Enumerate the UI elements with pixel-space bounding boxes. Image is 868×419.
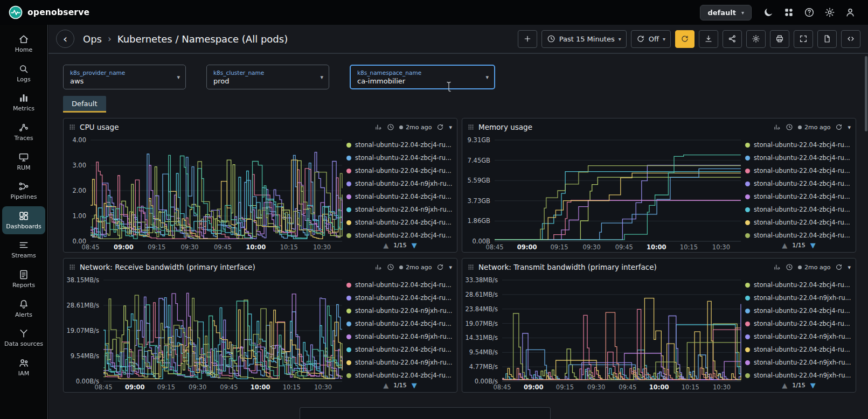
sidebar-item-data-sources[interactable]: Data sources [2,324,45,352]
legend-item[interactable]: stonal-ubuntu-22.04-zbcj4-ru... [745,151,852,164]
sidebar-item-streams[interactable]: Streams [2,235,45,264]
breadcrumb-folder[interactable]: Ops [83,33,102,45]
legend-page-down-icon[interactable]: ▼ [810,381,816,389]
chart-plot-area[interactable]: 0.001.002.003.004.0008:4509:0009:1509:30… [64,136,346,252]
panel-menu-caret-icon[interactable]: ▾ [848,124,851,131]
legend-item[interactable]: stonal-ubuntu-22.04-zbcj4-ru... [745,304,852,317]
variable-filter-k8s_namespace_name[interactable]: k8s_namespace_nameca-immobilier▾ [350,65,495,89]
panel-query-stats-icon[interactable] [773,123,781,131]
drag-handle-icon[interactable] [68,263,76,271]
panel-cache-clock-icon[interactable] [786,263,793,271]
panel-refresh-icon[interactable] [436,123,444,131]
legend-item[interactable]: stonal-ubuntu-22.04-n9jxh-ru... [745,291,852,304]
legend-page-up-icon[interactable]: ▲ [383,381,388,389]
org-selector[interactable]: default ▾ [700,5,752,20]
dark-mode-toggle-button[interactable] [759,3,777,22]
legend-item[interactable]: stonal-ubuntu-22.04-zbcj4-ru... [346,164,454,177]
sidebar-item-iam[interactable]: IAM [2,353,45,382]
back-button[interactable]: ‹ [56,30,74,48]
legend-item[interactable]: stonal-ubuntu-22.04-zbcj4-ru... [346,151,454,164]
variable-filter-k8s_cluster_name[interactable]: k8s_cluster_nameprod▾ [206,65,329,89]
chevron-down-icon[interactable]: ▾ [320,74,323,81]
chevron-down-icon[interactable]: ▾ [177,74,180,81]
legend-item[interactable]: stonal-ubuntu-22.04-zbcj4-ru... [745,177,852,190]
legend-item[interactable]: stonal-ubuntu-22.04-zbcj4-ru... [346,369,454,379]
legend-item[interactable]: stonal-ubuntu-22.04-zbcj4-ru... [745,203,852,216]
drag-handle-icon[interactable] [467,263,475,271]
refresh-dashboard-button[interactable] [675,30,695,48]
legend-item[interactable]: stonal-ubuntu-22.04-zbcj4-ru... [346,229,454,239]
sidebar-item-pipelines[interactable]: Pipelines [2,177,45,205]
panel-refresh-icon[interactable] [835,263,843,271]
panel-refresh-icon[interactable] [835,123,843,131]
panel-refresh-icon[interactable] [436,263,444,271]
panel-menu-caret-icon[interactable]: ▾ [449,264,452,271]
legend-item[interactable]: stonal-ubuntu-22.04-n9jxh-ru... [745,369,852,379]
legend-page-up-icon[interactable]: ▲ [383,241,388,249]
legend-item[interactable]: stonal-ubuntu-22.04-n9jxh-ru... [346,304,454,317]
panel-cache-clock-icon[interactable] [387,263,394,271]
drag-handle-icon[interactable] [467,123,475,131]
chart-plot-area[interactable]: 0.00B/s9.54MB/s19.07MB/s28.61MB/s38.15MB… [64,276,346,392]
dashboard-settings-button[interactable] [746,30,766,48]
query-inspector-button[interactable] [841,30,860,48]
legend-item[interactable]: stonal-ubuntu-22.04-zbcj4-ru... [346,291,454,304]
view-json-button[interactable] [817,30,837,48]
chevron-down-icon[interactable]: ▾ [485,74,489,81]
sidebar-item-traces[interactable]: Traces [2,118,45,146]
sidebar-item-dashboards[interactable]: Dashboards [2,206,45,235]
legend-item[interactable]: stonal-ubuntu-22.04-zbcj4-ru... [346,343,454,356]
legend-item[interactable]: stonal-ubuntu-22.04-zbcj4-ru... [346,138,454,151]
legend-item[interactable]: stonal-ubuntu-22.04-zbcj4-ru... [745,317,852,330]
legend-item[interactable]: stonal-ubuntu-22.04-zbcj4-ru... [745,343,852,356]
panel-query-stats-icon[interactable] [374,123,382,131]
legend-page-down-icon[interactable]: ▼ [412,381,417,389]
panel-query-stats-icon[interactable] [374,263,382,271]
chart-plot-area[interactable]: 0.00B1.86GB3.73GB5.59GB7.45GB9.31GB08:45… [462,136,745,252]
legend-item[interactable]: stonal-ubuntu-22.04-n9jxh-ru... [346,203,454,216]
legend-item[interactable]: stonal-ubuntu-22.04-zbcj4-ru... [745,278,852,291]
legend-item[interactable]: stonal-ubuntu-22.04-zbcj4-ru... [745,229,852,239]
legend-item[interactable]: stonal-ubuntu-22.04-zbcj4-ru... [346,216,454,229]
settings-button[interactable] [821,3,839,22]
legend-page-down-icon[interactable]: ▼ [810,241,816,249]
panel-cache-clock-icon[interactable] [786,123,793,131]
time-range-button[interactable]: Past 15 Minutes ▾ [541,30,627,48]
chart-plot-area[interactable]: 0.00B/s4.77MB/s9.54MB/s14.31MB/s19.07MB/… [462,276,745,392]
variable-filter-k8s_provider_name[interactable]: k8s_provider_nameaws▾ [63,65,186,89]
legend-page-down-icon[interactable]: ▼ [412,241,417,249]
sidebar-item-logs[interactable]: Logs [2,59,45,88]
legend-item[interactable]: stonal-ubuntu-22.04-zbcj4-ru... [745,216,852,229]
legend-item[interactable]: stonal-ubuntu-22.04-n9jxh-ru... [346,177,454,190]
sidebar-item-home[interactable]: Home [2,30,45,58]
apps-button[interactable] [780,3,798,22]
scrollbar-thumb[interactable] [865,56,867,131]
sidebar-item-rum[interactable]: RUM [2,148,45,176]
profile-button[interactable] [841,3,859,22]
legend-item[interactable]: stonal-ubuntu-22.04-zbcj4-ru... [346,317,454,330]
tab-default[interactable]: Default [63,96,106,113]
fullscreen-button[interactable] [794,30,813,48]
legend-item[interactable]: stonal-ubuntu-22.04-zbcj4-ru... [745,138,852,151]
export-dashboard-button[interactable] [699,30,718,48]
help-button[interactable] [800,3,818,22]
legend-item[interactable]: stonal-ubuntu-22.04-n9jxh-ru... [346,356,454,369]
panel-menu-caret-icon[interactable]: ▾ [848,264,851,271]
share-dashboard-button[interactable] [723,30,742,48]
auto-refresh-interval-button[interactable]: Off ▾ [631,30,671,48]
legend-item[interactable]: stonal-ubuntu-22.04-zbcj4-ru... [346,190,454,203]
sidebar-item-metrics[interactable]: Metrics [2,88,45,117]
sidebar-item-reports[interactable]: Reports [2,265,45,294]
legend-item[interactable]: stonal-ubuntu-22.04-n9jxh-ru... [346,330,454,343]
legend-page-up-icon[interactable]: ▲ [782,241,787,249]
add-panel-button[interactable] [518,30,537,48]
brand[interactable]: openobserve [9,5,89,19]
panel-menu-caret-icon[interactable]: ▾ [449,124,452,131]
sidebar-item-alerts[interactable]: Alerts [2,295,45,323]
legend-item[interactable]: stonal-ubuntu-22.04-n9jxh-ru... [745,330,852,343]
legend-item[interactable]: stonal-ubuntu-22.04-n9jxh-ru... [745,356,852,369]
print-dashboard-button[interactable] [770,30,789,48]
panel-cache-clock-icon[interactable] [387,123,394,131]
drag-handle-icon[interactable] [68,123,76,131]
legend-item[interactable]: stonal-ubuntu-22.04-zbcj4-ru... [346,278,454,291]
